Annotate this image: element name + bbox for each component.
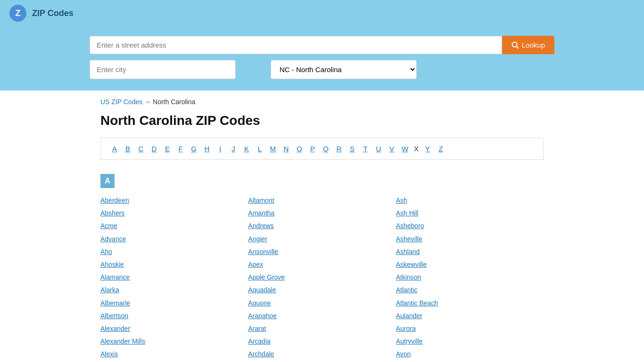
city-link[interactable]: Avon xyxy=(396,348,544,360)
city-link[interactable]: Aurora xyxy=(396,323,544,335)
city-link[interactable]: Alexander xyxy=(100,323,248,335)
city-link[interactable]: Apex xyxy=(248,259,396,271)
city-link[interactable]: Aberdeen xyxy=(100,195,248,206)
alpha-link-t[interactable]: T xyxy=(361,145,370,153)
state-select[interactable]: NC - North Carolina AL - Alabama AK - Al… xyxy=(271,60,417,79)
alpha-link-v[interactable]: V xyxy=(388,145,396,153)
city-link[interactable]: Ahoskie xyxy=(100,259,248,271)
svg-line-1 xyxy=(516,46,519,49)
alpha-letter-x: X xyxy=(414,145,419,153)
city-link[interactable]: Ararat xyxy=(248,323,396,335)
address-search-row: Lookup xyxy=(90,36,554,54)
alpha-link-i[interactable]: I xyxy=(216,145,224,153)
city-link[interactable]: Advance xyxy=(100,233,248,245)
city-link[interactable]: Apple Grove xyxy=(248,272,396,283)
section-a-letter: A xyxy=(100,174,115,188)
city-link[interactable]: Albertson xyxy=(100,310,248,322)
city-link[interactable]: Alamance xyxy=(100,272,248,283)
city-link[interactable]: Angier xyxy=(248,233,396,245)
alpha-link-y[interactable]: Y xyxy=(423,145,432,153)
section-a: A AberdeenAbshersAcmeAdvanceAhoAhoskieAl… xyxy=(100,174,544,362)
city-link[interactable]: Atlantic xyxy=(396,284,544,296)
city-input[interactable] xyxy=(90,60,236,79)
city-grid: AberdeenAbshersAcmeAdvanceAhoAhoskieAlam… xyxy=(100,195,544,362)
city-col-1: AberdeenAbshersAcmeAdvanceAhoAhoskieAlam… xyxy=(100,195,248,362)
city-link[interactable]: Andrews xyxy=(248,220,396,232)
city-state-search-row: NC - North Carolina AL - Alabama AK - Al… xyxy=(90,60,554,79)
breadcrumb-arrow: → xyxy=(144,98,153,106)
city-link[interactable]: Albemarle xyxy=(100,297,248,309)
city-link[interactable]: Aquone xyxy=(248,297,396,309)
alpha-link-k[interactable]: K xyxy=(242,145,251,153)
alpha-link-p[interactable]: P xyxy=(308,145,317,153)
breadcrumb-parent-link[interactable]: US ZIP Codes xyxy=(100,98,142,106)
city-link[interactable]: Askewville xyxy=(396,259,544,271)
city-link[interactable]: Alexis xyxy=(100,348,248,360)
city-link[interactable]: Aho xyxy=(100,246,248,258)
logo-icon: Z xyxy=(9,5,26,22)
main-content: US ZIP Codes → North Carolina North Caro… xyxy=(91,90,553,362)
alpha-link-c[interactable]: C xyxy=(137,145,145,153)
alpha-link-z[interactable]: Z xyxy=(437,145,445,153)
alpha-link-q[interactable]: Q xyxy=(322,145,330,153)
city-link[interactable]: Alarka xyxy=(100,284,248,296)
city-link[interactable]: Asheboro xyxy=(396,220,544,232)
city-col-3: AshAsh HillAsheboroAshevilleAshlandAskew… xyxy=(396,195,544,362)
alpha-link-j[interactable]: J xyxy=(229,145,238,153)
city-link[interactable]: Acme xyxy=(100,220,248,232)
alpha-link-b[interactable]: B xyxy=(124,145,132,153)
svg-point-0 xyxy=(512,42,517,47)
city-link[interactable]: Atlantic Beach xyxy=(396,297,544,309)
lookup-button[interactable]: Lookup xyxy=(502,36,554,54)
breadcrumb: US ZIP Codes → North Carolina xyxy=(100,98,544,106)
city-link[interactable]: Asheville xyxy=(396,233,544,245)
alpha-link-u[interactable]: U xyxy=(374,145,383,153)
alpha-link-r[interactable]: R xyxy=(335,145,343,153)
search-icon xyxy=(512,41,519,49)
city-link[interactable]: Aulander xyxy=(396,310,544,322)
alphabet-nav: ABCDEFGHIJKLMNOPQRSTUVWXYZ xyxy=(100,138,544,160)
page-title: North Carolina ZIP Codes xyxy=(100,113,544,128)
alpha-link-o[interactable]: O xyxy=(295,145,304,153)
alpha-link-s[interactable]: S xyxy=(348,145,356,153)
city-link[interactable]: Atkinson xyxy=(396,272,544,283)
alpha-link-m[interactable]: M xyxy=(269,145,277,153)
city-link[interactable]: Aquadale xyxy=(248,284,396,296)
alpha-link-a[interactable]: A xyxy=(110,145,119,153)
city-link[interactable]: Abshers xyxy=(100,207,248,219)
search-area: Lookup NC - North Carolina AL - Alabama … xyxy=(0,26,644,90)
city-link[interactable]: Archdale xyxy=(248,348,396,360)
city-col-2: AltamontAmanthaAndrewsAngierAnsonvilleAp… xyxy=(248,195,396,362)
alpha-link-e[interactable]: E xyxy=(163,145,172,153)
city-link[interactable]: Arapahoe xyxy=(248,310,396,322)
city-link[interactable]: Ashland xyxy=(396,246,544,258)
alpha-link-n[interactable]: N xyxy=(282,145,290,153)
alpha-link-d[interactable]: D xyxy=(150,145,158,153)
site-name-link[interactable]: ZIP Codes xyxy=(32,8,74,18)
alpha-link-f[interactable]: F xyxy=(176,145,185,153)
city-link[interactable]: Ash xyxy=(396,195,544,206)
city-link[interactable]: Amantha xyxy=(248,207,396,219)
city-link[interactable]: Ash Hill xyxy=(396,207,544,219)
city-link[interactable]: Altamont xyxy=(248,195,396,206)
alpha-link-w[interactable]: W xyxy=(401,145,409,153)
city-link[interactable]: Arcadia xyxy=(248,336,396,347)
city-link[interactable]: Alexander Mills xyxy=(100,336,248,347)
address-input[interactable] xyxy=(90,36,502,54)
alpha-link-h[interactable]: H xyxy=(203,145,211,153)
header: Z ZIP Codes xyxy=(0,0,644,26)
alpha-link-g[interactable]: G xyxy=(190,145,198,153)
breadcrumb-current: North Carolina xyxy=(153,98,195,106)
city-link[interactable]: Ansonville xyxy=(248,246,396,258)
alpha-link-l[interactable]: L xyxy=(256,145,264,153)
city-link[interactable]: Autryville xyxy=(396,336,544,347)
